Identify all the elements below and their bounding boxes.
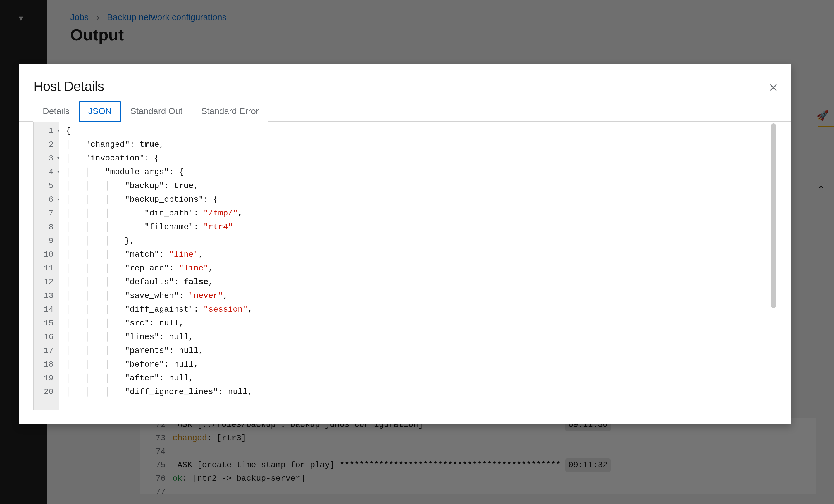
code-line: │ │ │ │ "filename": "rtr4": [66, 220, 775, 234]
code-line: │ │ │ "lines": null,: [66, 330, 775, 344]
code-line: │ │ │ },: [66, 234, 775, 248]
code-line: │ │ "module_args": {: [66, 165, 775, 179]
line-number: 20: [34, 385, 56, 399]
code-line: │ │ │ "backup": true,: [66, 179, 775, 193]
line-number: 8: [34, 220, 56, 234]
line-number[interactable]: 3: [34, 151, 56, 165]
code-line: {: [66, 124, 775, 138]
line-number: 11: [34, 261, 56, 275]
line-number[interactable]: 6: [34, 193, 56, 206]
tab-standard-error[interactable]: Standard Error: [192, 102, 268, 122]
code-line: │ │ │ "before": null,: [66, 357, 775, 371]
close-icon[interactable]: ✕: [768, 82, 778, 93]
line-number[interactable]: 1: [34, 124, 56, 138]
line-number: 2: [34, 138, 56, 151]
code-line: │ │ │ "defaults": false,: [66, 275, 775, 289]
json-viewer: 1234567891011121314151617181920 {│ "chan…: [33, 122, 777, 411]
line-number-gutter: 1234567891011121314151617181920: [34, 122, 59, 410]
line-number: 17: [34, 344, 56, 357]
tab-json[interactable]: JSON: [79, 102, 121, 122]
modal-header: Host Details ✕: [19, 64, 791, 99]
code-line: │ │ │ "backup_options": {: [66, 193, 775, 206]
line-number: 9: [34, 234, 56, 248]
code-line: │ "invocation": {: [66, 151, 775, 165]
code-line: │ │ │ "save_when": "never",: [66, 289, 775, 303]
code-line: │ "changed": true,: [66, 138, 775, 151]
line-number: 5: [34, 179, 56, 193]
modal-title: Host Details: [33, 78, 777, 94]
code-line: │ │ │ "diff_against": "session",: [66, 303, 775, 316]
line-number: 12: [34, 275, 56, 289]
line-number: 13: [34, 289, 56, 303]
code-line: │ │ │ "diff_ignore_lines": null,: [66, 385, 775, 399]
code-line: │ │ │ "replace": "line",: [66, 261, 775, 275]
line-number[interactable]: 4: [34, 165, 56, 179]
line-number: 15: [34, 316, 56, 330]
line-number: 16: [34, 330, 56, 344]
code-line: │ │ │ "match": "line",: [66, 248, 775, 261]
line-number: 7: [34, 206, 56, 220]
tab-details[interactable]: Details: [33, 102, 79, 122]
code-line: │ │ │ "after": null,: [66, 371, 775, 385]
json-code-content[interactable]: {│ "changed": true,│ "invocation": {│ │ …: [59, 122, 777, 410]
host-details-modal: Host Details ✕ Details JSON Standard Out…: [19, 64, 791, 424]
scrollbar[interactable]: [771, 123, 776, 308]
line-number: 19: [34, 371, 56, 385]
tab-standard-out[interactable]: Standard Out: [121, 102, 192, 122]
modal-tabs: Details JSON Standard Out Standard Error: [19, 99, 791, 122]
code-line: │ │ │ "parents": null,: [66, 344, 775, 357]
line-number: 10: [34, 248, 56, 261]
line-number: 14: [34, 303, 56, 316]
code-line: │ │ │ "src": null,: [66, 316, 775, 330]
line-number: 18: [34, 357, 56, 371]
code-line: │ │ │ │ "dir_path": "/tmp/",: [66, 206, 775, 220]
